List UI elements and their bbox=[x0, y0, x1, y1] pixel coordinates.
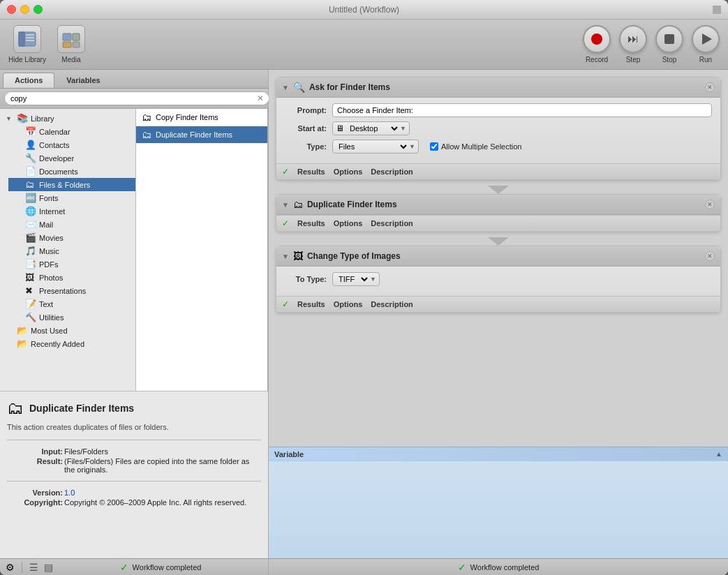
version-val: 1.0 bbox=[64, 488, 261, 497]
sidebar-item-developer[interactable]: 🔧 Developer bbox=[8, 151, 135, 165]
copy-finder-label: Copy Finder Items bbox=[156, 113, 218, 121]
desc-header: 🗂 Duplicate Finder Items bbox=[7, 398, 261, 418]
desc-divider bbox=[7, 440, 261, 440]
columns-icon[interactable]: ▤ bbox=[44, 562, 53, 573]
resize-button[interactable] bbox=[713, 6, 721, 14]
svg-rect-7 bbox=[63, 42, 71, 47]
variable-bar[interactable]: Variable ▲ bbox=[269, 447, 728, 461]
wf-card-ask-header: ▼ 🔍 Ask for Finder Items ✕ bbox=[276, 77, 720, 98]
sidebar-item-utilities[interactable]: 🔨 Utilities bbox=[8, 311, 135, 324]
search-clear-icon[interactable]: ✕ bbox=[257, 94, 264, 103]
left-panel: Actions Variables ✕ ▼ 📚 Library bbox=[0, 70, 269, 575]
ask-startat-select-wrap: 🖥 Desktop Home Documents ▼ bbox=[332, 121, 410, 135]
step-circle: ⏭ bbox=[619, 25, 647, 53]
action-duplicate-finder-items[interactable]: 🗂 Duplicate Finder Items bbox=[136, 126, 267, 144]
wf-card-change-type: ▼ 🖼 Change Type of Images ✕ To Type: TIF… bbox=[276, 246, 721, 313]
run-circle bbox=[692, 25, 720, 53]
tab-variables[interactable]: Variables bbox=[54, 73, 112, 88]
ask-card-footer: ✓ Results Options Description bbox=[276, 163, 720, 179]
sidebar-item-music[interactable]: 🎵 Music bbox=[8, 244, 135, 257]
tab-actions[interactable]: Actions bbox=[3, 73, 54, 88]
change-close-button[interactable]: ✕ bbox=[705, 251, 715, 261]
minimize-button[interactable] bbox=[20, 5, 29, 14]
actions-list: 🗂 Copy Finder Items 🗂 Duplicate Finder I… bbox=[136, 109, 268, 391]
ask-results-tab[interactable]: Results bbox=[297, 167, 325, 176]
maximize-button[interactable] bbox=[34, 5, 43, 14]
gear-icon[interactable]: ⚙ bbox=[6, 562, 15, 573]
change-card-body: To Type: TIFF JPEG PNG GIF BMP ▼ bbox=[276, 267, 720, 296]
change-collapse-icon[interactable]: ▼ bbox=[282, 253, 289, 260]
ask-close-button[interactable]: ✕ bbox=[705, 82, 715, 92]
record-button[interactable]: Record bbox=[583, 25, 611, 64]
sidebar-item-most-used[interactable]: 📂 Most Used bbox=[0, 324, 135, 337]
status-text: Workflow completed bbox=[133, 563, 202, 572]
main-content: Actions Variables ✕ ▼ 📚 Library bbox=[0, 70, 728, 575]
sidebar-item-text[interactable]: 📝 Text bbox=[8, 297, 135, 311]
ask-results-check: ✓ bbox=[282, 167, 289, 177]
allow-multiple-checkbox[interactable] bbox=[430, 142, 438, 151]
change-card-icon: 🖼 bbox=[293, 251, 303, 262]
ask-card-title: Ask for Finder Items bbox=[309, 82, 701, 92]
ask-card-body: Prompt: Start at: 🖥 Desktop Home Documen… bbox=[276, 98, 720, 163]
stop-button[interactable]: Stop bbox=[655, 25, 683, 64]
sidebar-item-pdfs[interactable]: 📑 PDFs bbox=[8, 257, 135, 271]
dup-options-tab[interactable]: Options bbox=[334, 219, 363, 227]
change-totype-select[interactable]: TIFF JPEG PNG GIF BMP bbox=[336, 274, 370, 284]
action-copy-finder-items[interactable]: 🗂 Copy Finder Items bbox=[136, 109, 267, 126]
ask-collapse-icon[interactable]: ▼ bbox=[282, 84, 289, 91]
copy-finder-icon: 🗂 bbox=[142, 112, 151, 123]
sidebar-item-fonts[interactable]: 🔤 Fonts bbox=[8, 191, 135, 204]
run-label: Run bbox=[699, 56, 712, 64]
tree-library[interactable]: ▼ 📚 Library bbox=[0, 112, 135, 125]
dup-card-footer: ✓ Results Options Description bbox=[276, 215, 720, 231]
sidebar-item-contacts[interactable]: 👤 Contacts bbox=[8, 138, 135, 151]
sidebar-item-presentations[interactable]: ✖ Presentations bbox=[8, 284, 135, 297]
tab-bar: Actions Variables bbox=[0, 70, 268, 89]
sidebar-item-recently-added[interactable]: 📂 Recently Added bbox=[0, 337, 135, 350]
sidebar-item-calendar[interactable]: 📅 Calendar bbox=[8, 125, 135, 138]
sidebar-item-movies[interactable]: 🎬 Movies bbox=[8, 231, 135, 244]
sidebar-item-files-folders[interactable]: 🗂 Files & Folders bbox=[8, 178, 135, 191]
duplicate-finder-label: Duplicate Finder Items bbox=[156, 130, 232, 139]
ask-description-tab[interactable]: Description bbox=[371, 167, 413, 176]
ask-options-tab[interactable]: Options bbox=[334, 167, 363, 176]
copyright-key: Copyright: bbox=[7, 498, 63, 507]
change-results-tab[interactable]: Results bbox=[297, 300, 325, 308]
variable-area bbox=[269, 461, 728, 558]
ask-card-icon: 🔍 bbox=[293, 82, 305, 93]
dup-results-tab[interactable]: Results bbox=[297, 219, 325, 227]
list-icon[interactable]: ☰ bbox=[29, 562, 38, 573]
ask-type-label: Type: bbox=[285, 142, 327, 151]
wf-card-change-header: ▼ 🖼 Change Type of Images ✕ bbox=[276, 246, 720, 267]
run-button[interactable]: Run bbox=[692, 25, 720, 64]
hide-library-label: Hide Library bbox=[8, 56, 46, 64]
dup-collapse-icon[interactable]: ▼ bbox=[282, 201, 289, 209]
stop-icon bbox=[664, 34, 674, 44]
sidebar-item-documents[interactable]: 📄 Documents bbox=[8, 165, 135, 178]
ask-type-select[interactable]: Files Folders Files and Folders bbox=[336, 142, 409, 151]
left-split: ▼ 📚 Library 📅 Calendar 👤 bbox=[0, 109, 268, 391]
dup-close-button[interactable]: ✕ bbox=[705, 200, 715, 209]
step-button[interactable]: ⏭ Step bbox=[619, 25, 647, 64]
change-options-tab[interactable]: Options bbox=[334, 300, 363, 308]
hide-library-button[interactable]: Hide Library bbox=[8, 25, 46, 64]
wf-card-duplicate-finder: ▼ 🗂 Duplicate Finder Items ✕ ✓ Results O… bbox=[276, 194, 721, 232]
ask-startat-select[interactable]: Desktop Home Documents bbox=[347, 124, 400, 133]
ask-prompt-input[interactable] bbox=[332, 103, 712, 117]
close-button[interactable] bbox=[7, 5, 16, 14]
change-description-tab[interactable]: Description bbox=[371, 300, 413, 308]
sidebar-item-mail[interactable]: ✉️ Mail bbox=[8, 218, 135, 231]
sidebar-item-photos[interactable]: 🖼 Photos bbox=[8, 271, 135, 284]
version-key: Version: bbox=[7, 488, 63, 497]
ask-prompt-label: Prompt: bbox=[285, 106, 327, 114]
desktop-icon: 🖥 bbox=[336, 124, 344, 133]
desc-icon: 🗂 bbox=[7, 398, 24, 418]
search-input[interactable] bbox=[4, 91, 269, 105]
dup-description-tab[interactable]: Description bbox=[371, 219, 413, 227]
status-bar: ⚙ ☰ ▤ ✓ Workflow completed bbox=[0, 558, 268, 575]
sidebar-item-internet[interactable]: 🌐 Internet bbox=[8, 204, 135, 218]
media-button[interactable]: Media bbox=[57, 25, 85, 64]
change-results-check: ✓ bbox=[282, 299, 289, 309]
media-icon bbox=[57, 25, 85, 53]
traffic-lights bbox=[7, 5, 43, 14]
